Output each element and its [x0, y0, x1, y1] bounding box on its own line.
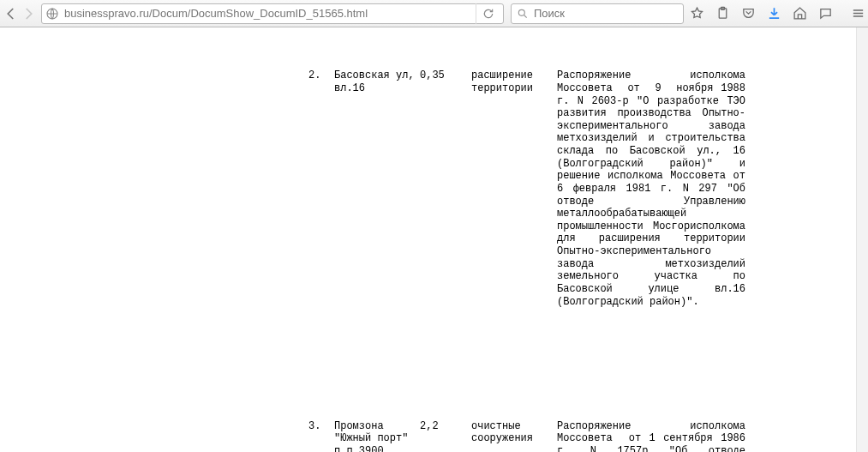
back-button[interactable]: [3, 3, 19, 25]
col-desc: Распоряжение исполкома Моссовета от 1 се…: [557, 420, 745, 452]
menu-icon[interactable]: [847, 3, 868, 25]
home-icon[interactable]: [788, 3, 811, 25]
globe-icon: [45, 7, 59, 21]
page-content: 2. Басовская ул, вл.16 0,35 расширение т…: [0, 27, 868, 452]
url-bar[interactable]: [41, 3, 504, 24]
toolbar-right: [685, 3, 868, 25]
search-input[interactable]: [534, 7, 678, 20]
col-desc: Распоряжение исполкома Моссовета от 9 но…: [557, 69, 745, 308]
document-body: 2. Басовская ул, вл.16 0,35 расширение т…: [0, 27, 868, 452]
svg-point-1: [518, 9, 524, 15]
search-bar[interactable]: [511, 3, 684, 24]
download-icon[interactable]: [763, 3, 785, 25]
pocket-icon[interactable]: [737, 3, 759, 25]
col-purpose: расширение территории: [471, 69, 557, 308]
col-number: 3.: [308, 420, 334, 452]
search-icon: [517, 8, 529, 20]
forward-button[interactable]: [21, 3, 36, 25]
browser-toolbar: [0, 0, 868, 27]
scrollbar[interactable]: [856, 27, 868, 452]
col-number: 2.: [308, 69, 334, 308]
col-address: Промзона "Южный порт" п.п.3900: [334, 420, 420, 452]
url-input[interactable]: [64, 7, 476, 20]
table-row: 3. Промзона "Южный порт" п.п.3900 2,2 оч…: [34, 420, 834, 452]
reload-button[interactable]: [476, 3, 500, 24]
col-purpose: очистные сооружения: [471, 420, 557, 452]
col-value: 0,35: [420, 69, 471, 308]
col-address: Басовская ул, вл.16: [334, 69, 420, 308]
table-row: 2. Басовская ул, вл.16 0,35 расширение т…: [34, 69, 834, 308]
col-value: 2,2: [420, 420, 471, 452]
clipboard-icon[interactable]: [711, 3, 733, 25]
star-icon[interactable]: [685, 3, 708, 25]
chat-icon[interactable]: [814, 3, 836, 25]
